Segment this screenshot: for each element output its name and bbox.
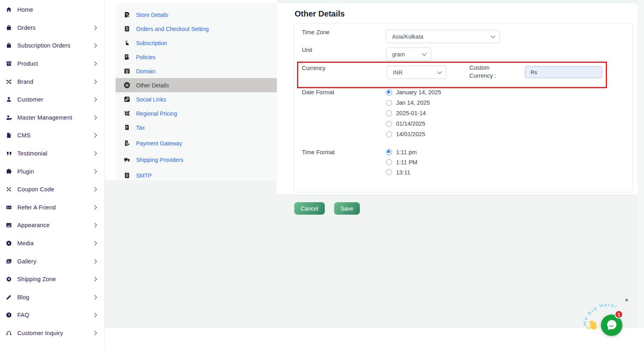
chevron-right-icon [92, 97, 97, 102]
sidebar-item-faq[interactable]: ? FAQ [0, 306, 104, 324]
sidebar-item-gallery[interactable]: Gallery [0, 252, 104, 270]
currency-select[interactable]: INR [387, 66, 446, 79]
settings-item-label: Regional Pricing [136, 110, 177, 117]
radio-icon [386, 110, 392, 116]
payment-gateway-icon [123, 139, 131, 147]
settings-item-policies[interactable]: Policies [116, 50, 277, 64]
cms-file-icon [5, 132, 13, 139]
shipping-zone-gear-icon [5, 275, 13, 283]
settings-item-label: Orders and Checkout Setting [136, 26, 209, 32]
sidebar-item-home[interactable]: Home [0, 1, 104, 19]
date-format-option-3[interactable]: 2025-01-14 [386, 108, 441, 118]
sidebar-item-brand[interactable]: Brand [0, 72, 104, 91]
sidebar-item-appearance[interactable]: Appearance [0, 216, 104, 234]
sidebar-item-product[interactable]: Product [0, 55, 104, 73]
settings-item-label: Store Details [136, 12, 168, 18]
settings-item-store-details[interactable]: Store Details [116, 8, 277, 22]
radio-icon [386, 159, 392, 165]
refer-friend-card-icon [5, 204, 13, 211]
save-button[interactable]: Save [334, 202, 360, 215]
shipping-truck-icon [123, 156, 131, 164]
brand-shuffle-icon [5, 78, 13, 85]
time-format-option-2[interactable]: 1:11 PM [386, 157, 417, 167]
settings-item-tax[interactable]: Tax [116, 120, 277, 135]
chevron-right-icon [92, 133, 97, 138]
radio-icon [386, 100, 392, 106]
custom-currency-input[interactable] [525, 66, 602, 78]
sidebar-item-label: Product [17, 60, 38, 67]
sidebar-item-master-management[interactable]: Master Management [0, 109, 104, 127]
sidebar-item-label: CMS [17, 132, 31, 139]
settings-item-other-details[interactable]: Other Details [116, 78, 277, 92]
chat-close-icon[interactable]: × [623, 297, 630, 303]
tax-receipt-icon [123, 124, 131, 132]
customer-person-icon [5, 96, 13, 103]
chevron-right-icon [92, 169, 97, 174]
chevron-right-icon [92, 331, 97, 335]
unit-select[interactable]: gram [386, 48, 431, 61]
sidebar-item-label: Brand [17, 79, 33, 85]
currency-value: INR [393, 69, 434, 76]
radio-icon [386, 169, 392, 175]
sidebar-item-orders[interactable]: Orders [0, 19, 104, 37]
page-title: Other Details [295, 9, 345, 19]
time-format-option-1[interactable]: 1:11 pm [386, 147, 417, 157]
settings-item-smtp[interactable]: SMTP [116, 168, 277, 182]
sidebar-item-shipping-zone[interactable]: Shipping Zone [0, 270, 104, 288]
sidebar-item-label: Testimonial [17, 150, 47, 157]
date-format-option-4[interactable]: 01/14/2025 [386, 118, 441, 129]
plugin-puzzle-icon [5, 168, 13, 175]
settings-item-label: Shipping Providers [136, 157, 184, 163]
time-format-option-3[interactable]: 13:11 [386, 167, 417, 177]
settings-item-orders-checkout[interactable]: Orders and Checkout Setting [116, 22, 277, 36]
date-format-option-5[interactable]: 14/01/2025 [386, 129, 441, 139]
sidebar-item-media[interactable]: Media [0, 234, 104, 253]
sidebar-item-coupon-code[interactable]: Coupon Code [0, 180, 104, 199]
sidebar-item-label: Plugin [17, 168, 34, 175]
date-format-option-2[interactable]: Jan 14, 2025 [386, 97, 441, 108]
settings-item-shipping-providers[interactable]: Shipping Providers [116, 153, 277, 167]
settings-item-subscription[interactable]: Subscription [116, 36, 277, 50]
policies-doc-pen-icon [123, 53, 131, 61]
settings-item-payment-gateway[interactable]: Payment Gateway [116, 136, 277, 150]
sidebar-item-label: Customer [17, 96, 43, 103]
cancel-button[interactable]: Cancel [294, 202, 325, 215]
sidebar-item-plugin[interactable]: Plugin [0, 162, 104, 180]
timezone-select[interactable]: Asia/Kolkata [386, 30, 500, 43]
sidebar-item-label: Gallery [17, 258, 36, 265]
settings-item-domain[interactable]: Domain [116, 64, 277, 78]
settings-item-social-links[interactable]: Social Links [116, 92, 277, 106]
date-format-option-1[interactable]: January 14, 2025 [386, 87, 441, 97]
sidebar-item-cms[interactable]: CMS [0, 126, 104, 145]
chevron-right-icon [92, 313, 97, 317]
settings-item-label: Social Links [136, 96, 166, 103]
master-management-person-gear-icon [5, 114, 13, 121]
appearance-image-icon [5, 222, 13, 229]
date-format-radio-group: January 14, 2025 Jan 14, 2025 2025-01-14… [386, 87, 441, 139]
sidebar-item-blog[interactable]: Blog [0, 288, 104, 307]
sidebar-item-customer[interactable]: Customer [0, 91, 104, 109]
settings-item-regional-pricing[interactable]: Regional Pricing [116, 106, 277, 120]
subscription-orders-bag-icon [5, 42, 13, 49]
blog-pencil-icon [5, 294, 13, 301]
radio-icon [386, 121, 392, 127]
social-links-chain-icon [123, 95, 131, 104]
sidebar-item-refer-a-friend[interactable]: Refer A Friend [0, 199, 104, 217]
orders-bag-icon [5, 24, 13, 31]
unit-value: gram [392, 51, 419, 58]
radio-selected-icon [386, 89, 392, 95]
settings-item-label: Other Details [136, 82, 169, 89]
sidebar-item-label: FAQ [17, 312, 29, 318]
sidebar-item-testimonial[interactable]: Testimonial [0, 145, 104, 163]
sidebar-item-customer-inquiry[interactable]: Customer Inquiry [0, 324, 104, 342]
faq-question-icon: ? [5, 311, 13, 319]
settings-item-label: Payment Gateway [136, 140, 182, 147]
store-details-doc-icon [123, 11, 131, 19]
time-format-label: Time Format [302, 149, 335, 155]
sidebar-item-label: Media [17, 240, 34, 246]
sidebar-item-subscription-orders[interactable]: Subscription Orders [0, 37, 104, 55]
other-details-form-card: Time Zone Asia/Kolkata Unit gram Currenc… [294, 23, 633, 193]
radio-icon [386, 131, 392, 137]
chevron-right-icon [92, 25, 97, 30]
timezone-value: Asia/Kolkata [392, 33, 487, 40]
